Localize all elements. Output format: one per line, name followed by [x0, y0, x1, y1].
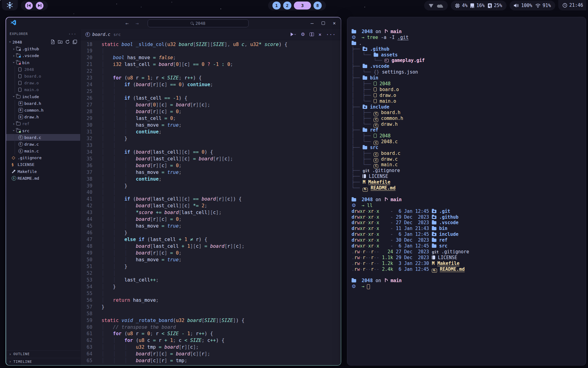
code-line[interactable]: 53│ │ last_cell++; [81, 277, 341, 284]
code-line[interactable]: 21│ i32 last_cell = board[0][c] == 0 ? -… [81, 61, 341, 68]
code-line[interactable]: 18static bool _slide_col(u32 board[SIZE]… [81, 41, 341, 48]
maximize-button[interactable] [322, 21, 325, 25]
close-editor-icon[interactable]: × [318, 32, 322, 37]
code-line[interactable]: 56│ return has_move; [81, 297, 341, 304]
code-line[interactable]: 40│ │ [81, 189, 341, 196]
code-line[interactable]: 42│ │ │ board[last_cell][c] *= 2; [81, 203, 341, 209]
explorer-item-board.c[interactable]: Cboard.c [6, 134, 80, 141]
code-line[interactable]: 37│ │ │ has_move = true; [81, 169, 341, 176]
code-line[interactable]: 25│ │ [81, 88, 341, 95]
code-line[interactable]: 65│ │ │ board[c][r] = tmp; [81, 358, 341, 364]
code-line[interactable]: 57} [81, 304, 341, 311]
explorer-item-makefile[interactable]: Makefile [6, 168, 80, 175]
code-line[interactable]: 29│ │ │ last_cell = 0; [81, 115, 341, 122]
explorer-item-ref[interactable]: ›ref [6, 121, 80, 127]
explorer-item-draw.o[interactable]: draw.o [6, 80, 80, 86]
code-line[interactable]: 50│ │ │ has_move = true; [81, 257, 341, 263]
run-debug-button[interactable]: › [291, 32, 296, 36]
explorer-item-.vscode[interactable]: ›.vscode [6, 52, 80, 59]
workspace-3[interactable]: 3 [294, 2, 311, 10]
code-line[interactable]: 48│ │ │ board[last_cell + 1][c] = board[… [81, 243, 341, 250]
audio-network-module[interactable]: 100% 91% [510, 1, 555, 10]
vscode-titlebar[interactable]: ← → 2048 – × [6, 17, 341, 29]
code-line[interactable]: 58 [81, 311, 341, 317]
launcher-module[interactable] [2, 0, 18, 10]
panel-outline[interactable]: ›OUTLINE [6, 351, 80, 358]
refresh-icon[interactable] [65, 40, 70, 45]
code-line[interactable]: 46│ │ } [81, 230, 341, 236]
code-line[interactable]: 23│ for (u8 r = 1; r < SIZE; r++) { [81, 75, 341, 82]
code-line[interactable]: 45│ │ │ has_move = true; [81, 223, 341, 230]
explorer-item-2048[interactable]: 2048 [6, 66, 80, 73]
code-line[interactable]: 31│ │ │ continue; [81, 129, 341, 136]
explorer-item-common.h[interactable]: Hcommon.h [6, 107, 80, 113]
panel-timeline[interactable]: ›TIMELINE [6, 358, 80, 365]
workspace-2[interactable]: 2 [283, 2, 292, 10]
collapse-all-icon[interactable] [73, 40, 77, 45]
code-line[interactable]: 49│ │ │ board[r][c] = 0; [81, 250, 341, 257]
explorer-item-board.h[interactable]: Hboard.h [6, 100, 80, 107]
code-line[interactable]: 47│ │ else if (last_cell + 1 ≠ r) { [81, 236, 341, 243]
breadcrumb-dir[interactable]: src [114, 32, 121, 37]
code-line[interactable]: 26│ │ if (last_cell == -1) { [81, 95, 341, 102]
editor-tab-bar[interactable]: C board.c src › ⚙ × ··· [81, 29, 341, 40]
explorer-item-draw.h[interactable]: Hdraw.h [6, 114, 80, 121]
code-line[interactable]: 59static void _rotate_board(u32 board[SI… [81, 317, 341, 324]
code-line[interactable]: 61│ for (u8 r = 0; r < SIZE - 1; r++) { [81, 331, 341, 337]
code-line[interactable]: 60│ // transpose the board [81, 324, 341, 331]
media-next-button[interactable] [36, 2, 43, 10]
explorer-item-readme.md[interactable]: iREADME.md [6, 175, 80, 182]
explorer-item-main.c[interactable]: Cmain.c [6, 148, 80, 155]
code-line[interactable]: 38│ │ │ continue; [81, 176, 341, 183]
code-line[interactable]: 20│ bool has_move = false; [81, 55, 341, 61]
explorer-item-2048[interactable]: ›2048 [6, 39, 80, 46]
code-line[interactable]: 32│ │ } [81, 136, 341, 142]
explorer-item-src[interactable]: ›src [6, 127, 80, 134]
terminal-link[interactable]: Makefile [437, 261, 459, 266]
explorer-item-license[interactable]: §LICENSE [6, 161, 80, 168]
code-line[interactable]: 54│ } [81, 284, 341, 290]
new-file-icon[interactable] [51, 40, 55, 45]
explorer-item-main.o[interactable]: main.o [6, 86, 80, 93]
split-editor-icon[interactable] [310, 33, 314, 36]
code-line[interactable]: 28│ │ │ board[r][c] = 0; [81, 109, 341, 115]
nav-forward-button[interactable]: → [136, 17, 139, 29]
code-line[interactable]: 27│ │ │ board[0][c] = board[r][c]; [81, 102, 341, 109]
explorer-item-board.o[interactable]: board.o [6, 73, 80, 79]
code-line[interactable]: 55│ [81, 290, 341, 297]
explorer-item-draw.c[interactable]: Cdraw.c [6, 141, 80, 148]
nav-back-button[interactable]: ← [126, 17, 129, 29]
code-line[interactable]: 22│ [81, 68, 341, 75]
explorer-more-button[interactable]: ··· [68, 32, 76, 36]
weather-module[interactable] [424, 1, 448, 10]
minimize-button[interactable]: – [311, 20, 314, 26]
code-line[interactable]: 51│ │ } [81, 263, 341, 270]
code-line[interactable]: 63│ │ │ u32 tmp = board[r][c]; [81, 344, 341, 351]
code-line[interactable]: 64│ │ │ board[r][c] = board[c][r]; [81, 351, 341, 358]
code-line[interactable]: 33│ │ [81, 142, 341, 149]
code-line[interactable]: 34│ │ if (board[last_cell][c] == 0) { [81, 149, 341, 156]
close-button[interactable]: × [333, 20, 336, 26]
code-line[interactable]: 39│ │ } [81, 183, 341, 190]
code-line[interactable]: 43│ │ │ *score += board[last_cell][c]; [81, 209, 341, 216]
terminal-link[interactable]: .git [398, 35, 409, 40]
settings-gear-icon[interactable]: ⚙ [301, 32, 305, 37]
terminal-link[interactable]: Makefile [368, 179, 390, 185]
explorer-item-.github[interactable]: ›.github [6, 46, 80, 52]
workspace-8[interactable]: 8 [314, 2, 322, 10]
code-line[interactable]: 52│ │ [81, 270, 341, 277]
media-prev-button[interactable] [25, 2, 33, 10]
code-line[interactable]: 41│ │ if (board[last_cell][c] == board[r… [81, 196, 341, 203]
code-line[interactable]: 35│ │ │ board[last_cell][c] = board[r][c… [81, 156, 341, 163]
new-folder-icon[interactable] [58, 40, 62, 45]
system-stats-module[interactable]: 4% 16% 25% [451, 1, 506, 10]
code-line[interactable]: 19│ [81, 48, 341, 55]
code-line[interactable]: 30│ │ │ has_move = true; [81, 122, 341, 129]
code-line[interactable]: 36│ │ │ board[r][c] = 0; [81, 163, 341, 169]
tab-filename[interactable]: board.c [92, 32, 111, 37]
explorer-item-include[interactable]: ›include [6, 93, 80, 100]
command-search-box[interactable]: 2048 [148, 19, 249, 27]
workspace-1[interactable]: 1 [273, 2, 281, 10]
code-line[interactable]: 24│ │ if (board[r][c] == 0) continue; [81, 82, 341, 88]
terminal-link[interactable]: README.md [440, 266, 465, 272]
